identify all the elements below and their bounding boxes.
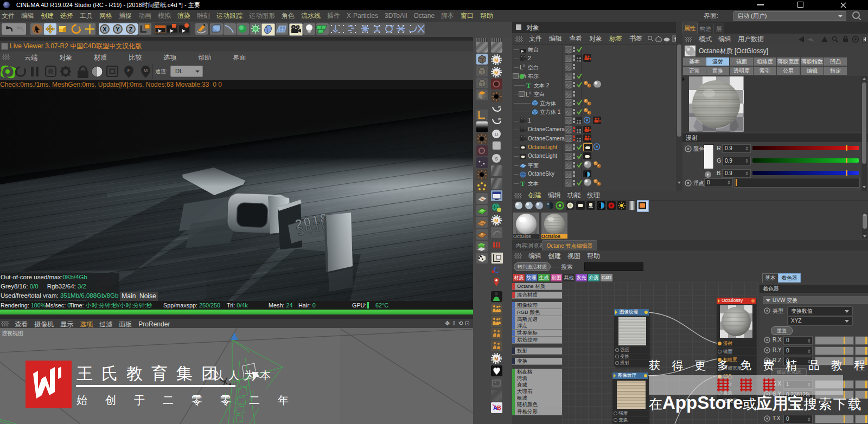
svg-text:M: M (494, 356, 499, 362)
svg-text:M: M (494, 70, 499, 75)
svg-text:U: U (495, 132, 499, 137)
svg-text:0: 0 (529, 91, 531, 95)
svg-text:X: X (103, 26, 107, 33)
svg-text:Z: Z (129, 26, 133, 33)
svg-text:M: M (144, 68, 148, 73)
svg-text:M: M (494, 218, 499, 223)
svg-text:T: T (526, 81, 531, 88)
svg-text:M: M (494, 57, 499, 63)
svg-text:S: S (495, 156, 498, 162)
svg-text:R: R (48, 68, 54, 76)
svg-text:F: F (127, 68, 131, 73)
svg-text:T: T (520, 179, 525, 187)
svg-text:0: 0 (523, 64, 525, 68)
svg-text:Y: Y (116, 26, 120, 33)
svg-text:w: w (497, 117, 501, 121)
svg-text:C: C (493, 265, 500, 274)
svg-text:w: w (497, 105, 501, 108)
